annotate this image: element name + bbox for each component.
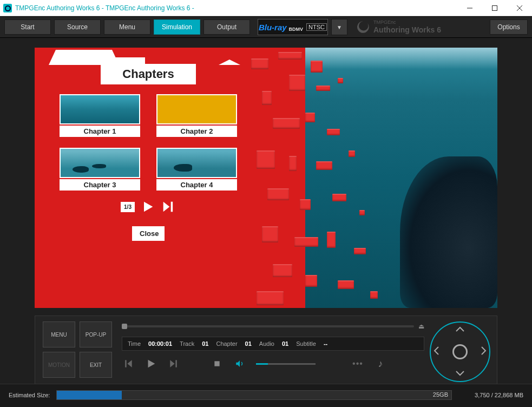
audio-label: Audio <box>259 340 274 347</box>
options-button[interactable]: Options <box>490 19 528 35</box>
estimated-size-bar: 25GB <box>56 390 452 400</box>
prev-chapter-icon[interactable] <box>122 357 135 370</box>
volume-slider[interactable] <box>256 363 316 365</box>
nav-menu[interactable]: Menu <box>104 19 150 35</box>
volume-icon[interactable] <box>233 357 246 370</box>
chapter-2[interactable]: Chapter 2 <box>156 94 237 137</box>
app-icon <box>3 4 12 12</box>
svg-rect-6 <box>175 360 177 367</box>
nav-source[interactable]: Source <box>54 19 101 35</box>
seek-slider[interactable] <box>122 325 414 327</box>
chapter-4-label: Chapter 4 <box>156 179 237 191</box>
chapters-menu: Chapters Chapter 1 Chapter 2 Chapter 3 <box>35 48 262 241</box>
stop-icon[interactable] <box>211 357 224 370</box>
audio-value: 01 <box>282 340 288 347</box>
svg-rect-5 <box>125 360 127 367</box>
audio-icon[interactable]: ♪ <box>374 357 387 370</box>
remote-exit-button[interactable]: EXIT <box>80 352 112 378</box>
brand-line1: TMPGEnc <box>373 19 441 25</box>
chapter-3-label: Chapter 3 <box>60 179 140 191</box>
svg-rect-4 <box>171 202 173 212</box>
window-title: TMPGEnc Authoring Works 6 - TMPGEnc Auth… <box>15 4 194 12</box>
dpad-up[interactable] <box>455 325 465 334</box>
svg-rect-7 <box>214 361 219 366</box>
chapter-4-thumb <box>156 148 237 178</box>
main-toolbar: Start Source Menu Simulation Output Blu-… <box>0 16 532 38</box>
menu-play-icon[interactable] <box>140 199 155 214</box>
capacity-label: 25GB <box>433 391 448 398</box>
remote-popup-button[interactable]: POP-UP <box>80 321 112 347</box>
bdmv-label: BDMV <box>289 27 304 32</box>
track-label: Track <box>180 340 194 347</box>
subtitle-label: Subtitle <box>296 340 316 347</box>
chapter-1[interactable]: Chapter 1 <box>60 94 140 137</box>
minimize-button[interactable] <box>457 0 482 16</box>
chapters-heading: Chapters <box>101 64 195 84</box>
brand-swirl-icon <box>356 20 370 34</box>
chapter-label: Chapter <box>216 340 237 347</box>
chapter-1-thumb <box>60 94 140 124</box>
chapter-2-label: Chapter 2 <box>156 126 237 137</box>
time-label: Time <box>128 340 141 347</box>
chapter-value: 01 <box>245 340 252 347</box>
svg-rect-1 <box>492 5 497 10</box>
chapter-3[interactable]: Chapter 3 <box>60 148 140 191</box>
eject-icon[interactable]: ⏏ <box>418 323 424 330</box>
format-dropdown[interactable]: ▼ <box>331 19 347 35</box>
play-icon[interactable] <box>145 357 157 370</box>
dpad-ok[interactable] <box>452 344 468 359</box>
dpad <box>430 321 490 382</box>
video-preview[interactable]: Chapters Chapter 1 Chapter 2 Chapter 3 <box>35 48 497 308</box>
bluray-label: Blu-ray <box>259 23 287 32</box>
chapter-4[interactable]: Chapter 4 <box>156 148 237 191</box>
estimated-size-label: Estimated Size: <box>9 392 50 398</box>
dpad-down[interactable] <box>455 369 465 379</box>
nav-start[interactable]: Start <box>4 19 51 35</box>
menu-next-icon[interactable] <box>161 199 176 214</box>
next-chapter-icon[interactable] <box>167 357 180 370</box>
track-value: 01 <box>202 340 208 347</box>
remote-menu-button[interactable]: MENU <box>43 321 75 347</box>
dpad-left[interactable] <box>433 346 439 358</box>
format-display: Blu-ray BDMV NTSC <box>258 19 328 35</box>
status-bar: Estimated Size: 25GB 3,750 / 22,868 MB <box>0 384 532 405</box>
maximize-button[interactable] <box>482 0 507 16</box>
subtitle-icon[interactable]: ••• <box>351 357 364 370</box>
chapter-page-indicator: 1/3 <box>121 202 135 212</box>
titlebar: TMPGEnc Authoring Works 6 - TMPGEnc Auth… <box>0 0 532 16</box>
remote-motion-button: MOTION <box>43 352 75 378</box>
chapter-2-thumb <box>156 94 237 124</box>
close-button[interactable] <box>507 0 532 16</box>
estimated-size-total: 3,750 / 22,868 MB <box>458 392 523 398</box>
subtitle-value: -- <box>324 340 327 347</box>
nav-simulation[interactable]: Simulation <box>154 19 200 35</box>
preview-area: Chapters Chapter 1 Chapter 2 Chapter 3 <box>0 38 532 313</box>
brand-line2: Authoring Works 6 <box>373 25 441 34</box>
chapter-3-thumb <box>60 148 140 178</box>
playback-info-bar: Time 00:00:01 Track 01 Chapter 01 Audio … <box>122 337 424 351</box>
brand-logo: TMPGEnc Authoring Works 6 <box>356 19 441 35</box>
chapter-1-label: Chapter 1 <box>60 126 140 137</box>
control-panel: MENU POP-UP MOTION EXIT ⏏ Time 00:00:01 … <box>0 313 532 384</box>
menu-close-button[interactable]: Close <box>132 226 165 241</box>
nav-output[interactable]: Output <box>203 19 250 35</box>
dpad-right[interactable] <box>481 346 487 358</box>
time-value: 00:00:01 <box>148 340 172 347</box>
ntsc-label: NTSC <box>306 23 327 31</box>
